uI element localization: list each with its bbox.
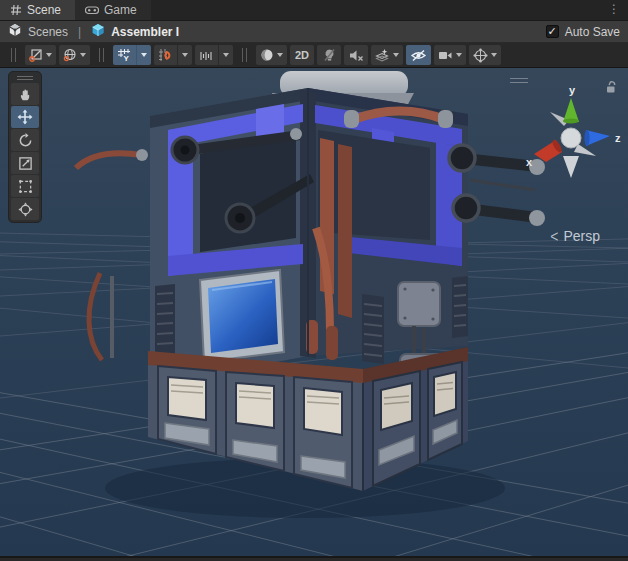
light-off-icon xyxy=(323,48,336,62)
tab-more-menu[interactable]: ⋮ xyxy=(600,0,628,20)
tool-settings-overlay xyxy=(25,45,90,65)
axis-z-label: z xyxy=(615,132,621,144)
snap-magnet-icon xyxy=(158,48,173,62)
overlay-drag-handle[interactable] xyxy=(11,48,16,62)
draw-mode-button[interactable] xyxy=(256,45,287,65)
breadcrumb-separator: | xyxy=(78,25,81,39)
orientation-gizmo-overlay: y z x xyxy=(508,74,618,192)
scene-viewport[interactable]: y z x < Persp xyxy=(0,68,628,558)
axis-x-label: x xyxy=(526,156,533,168)
tab-game[interactable]: Game xyxy=(75,0,151,20)
2d-label: 2D xyxy=(295,49,309,61)
axis-gizmo: y z x xyxy=(516,86,626,186)
audio-toggle-button[interactable] xyxy=(344,45,368,65)
view-tab-bar: Scene Game ⋮ xyxy=(0,0,628,21)
effects-button[interactable] xyxy=(371,45,403,65)
auto-save-checkbox[interactable]: ✓ xyxy=(546,25,559,38)
rotate-icon xyxy=(18,133,33,148)
hand-icon xyxy=(18,87,33,102)
rect-icon xyxy=(18,179,33,194)
breadcrumb-object-label[interactable]: Assembler I xyxy=(111,25,179,39)
shaded-sphere-icon xyxy=(260,48,274,62)
svg-text:Y: Y xyxy=(124,54,130,62)
camera-settings-button[interactable] xyxy=(434,45,466,65)
rotate-tool-button[interactable] xyxy=(11,129,39,151)
tab-scene[interactable]: Scene xyxy=(0,0,75,20)
tools-overlay xyxy=(8,71,42,223)
scene-visibility-button[interactable] xyxy=(406,45,431,65)
increment-snap-button[interactable] xyxy=(195,45,233,65)
unity-editor-window: Scene Game ⋮ Scenes | xyxy=(0,0,628,561)
scene-lighting-button[interactable] xyxy=(317,45,341,65)
overlay-drag-handle[interactable] xyxy=(242,48,247,62)
tab-game-label: Game xyxy=(104,3,137,17)
gamepad-icon xyxy=(85,5,99,15)
overlay-drag-handle[interactable] xyxy=(11,74,39,82)
grid-snapping-button[interactable] xyxy=(154,45,192,65)
tab-scene-label: Scene xyxy=(27,3,61,17)
dropdown-arrow-icon xyxy=(46,53,52,57)
handle-orientation-button[interactable] xyxy=(59,45,90,65)
scene-toolbar: Y xyxy=(0,43,628,68)
breadcrumb: Scenes | Assembler I xyxy=(8,23,179,40)
gizmos-icon xyxy=(473,48,488,63)
effects-icon xyxy=(375,48,390,62)
dropdown-arrow-icon xyxy=(141,53,147,57)
projection-label: Persp xyxy=(563,228,600,244)
globe-icon xyxy=(63,48,77,62)
camera-icon xyxy=(438,50,453,61)
axis-negative[interactable] xyxy=(563,156,579,178)
projection-arrow-icon: < xyxy=(550,226,558,245)
auto-save-label: Auto Save xyxy=(565,25,620,39)
move-tool-button[interactable] xyxy=(11,106,39,128)
view-tool-button[interactable] xyxy=(11,83,39,105)
dropdown-arrow-icon xyxy=(80,53,86,57)
overlay-drag-handle[interactable] xyxy=(99,48,104,62)
scale-tool-button[interactable] xyxy=(11,152,39,174)
auto-save-control: ✓ Auto Save xyxy=(546,25,620,39)
dropdown-arrow-icon xyxy=(223,53,229,57)
prefab-cube-icon xyxy=(91,23,105,40)
grid-y-icon: Y xyxy=(117,48,132,62)
increment-snap-icon xyxy=(199,49,214,62)
dropdown-arrow-icon xyxy=(456,53,462,57)
view-options-overlay: 2D xyxy=(256,45,501,65)
2d-toggle-button[interactable]: 2D xyxy=(290,45,314,65)
transform-tool-button[interactable] xyxy=(11,198,39,220)
gizmos-button[interactable] xyxy=(469,45,501,65)
move-icon xyxy=(17,109,33,125)
pivot-toggle-button[interactable] xyxy=(25,45,56,65)
eye-slash-icon xyxy=(410,49,427,62)
rect-tool-button[interactable] xyxy=(11,175,39,197)
audio-muted-icon xyxy=(349,49,364,62)
breadcrumb-bar: Scenes | Assembler I ✓ Auto Save xyxy=(0,21,628,43)
grid-and-snap-overlay: Y xyxy=(113,45,233,65)
dropdown-arrow-icon xyxy=(182,53,188,57)
grid-icon xyxy=(10,4,22,16)
grid-visibility-button[interactable]: Y xyxy=(113,45,151,65)
dropdown-arrow-icon xyxy=(393,53,399,57)
overlay-drag-handle[interactable] xyxy=(510,78,528,86)
dropdown-arrow-icon xyxy=(491,53,497,57)
scale-icon xyxy=(18,156,33,171)
breadcrumb-scenes-label[interactable]: Scenes xyxy=(28,25,68,39)
projection-toggle[interactable]: < Persp xyxy=(550,228,600,244)
dropdown-arrow-icon xyxy=(277,53,283,57)
axis-y-label: y xyxy=(569,86,576,96)
transform-icon xyxy=(18,202,33,217)
pivot-icon xyxy=(29,48,43,62)
unity-scenes-icon[interactable] xyxy=(8,23,22,40)
